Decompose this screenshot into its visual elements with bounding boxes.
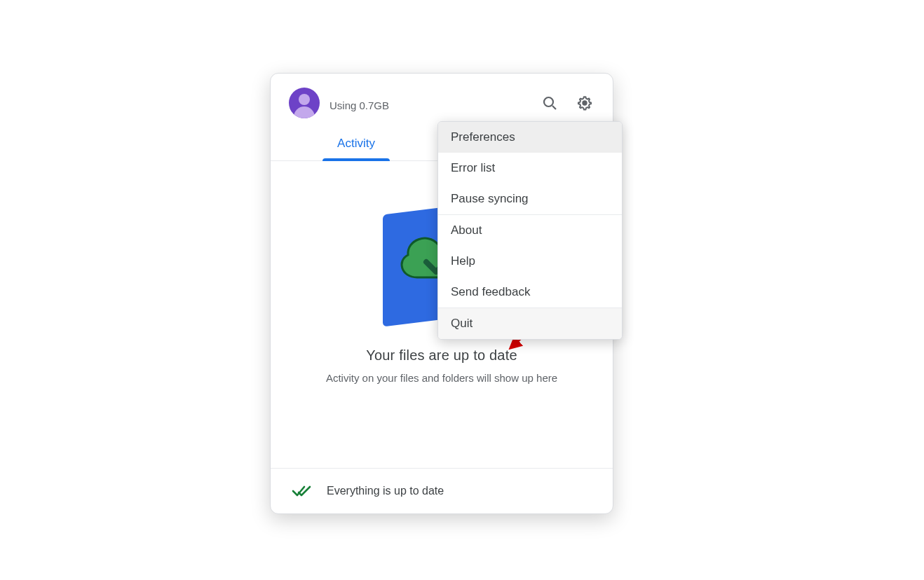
footer-status: Everything is up to date (327, 485, 444, 497)
svg-point-2 (583, 101, 586, 104)
menu-item-help[interactable]: Help (438, 246, 622, 277)
menu-item-about[interactable]: About (438, 215, 622, 246)
avatar[interactable] (289, 88, 320, 118)
search-icon (541, 95, 558, 111)
settings-menu: Preferences Error list Pause syncing Abo… (437, 121, 623, 340)
storage-usage-label: Using 0.7GB (329, 95, 527, 111)
gear-icon (576, 95, 593, 111)
settings-button[interactable] (572, 90, 597, 116)
drive-panel: Using 0.7GB Activity Notifications Your … (270, 73, 613, 514)
svg-point-0 (544, 97, 553, 106)
status-subtitle: Activity on your files and folders will … (271, 372, 613, 384)
panel-footer: Everything is up to date (271, 468, 613, 513)
svg-line-1 (552, 106, 556, 109)
menu-item-preferences[interactable]: Preferences (438, 122, 622, 153)
tab-activity[interactable]: Activity (271, 128, 442, 160)
menu-item-send-feedback[interactable]: Send feedback (438, 277, 622, 308)
menu-item-pause-syncing[interactable]: Pause syncing (438, 184, 622, 214)
panel-header: Using 0.7GB (271, 74, 613, 128)
double-check-icon (292, 484, 311, 498)
status-title: Your files are up to date (271, 347, 613, 364)
menu-item-error-list[interactable]: Error list (438, 153, 622, 184)
search-button[interactable] (537, 90, 562, 116)
menu-item-quit[interactable]: Quit (438, 308, 622, 339)
